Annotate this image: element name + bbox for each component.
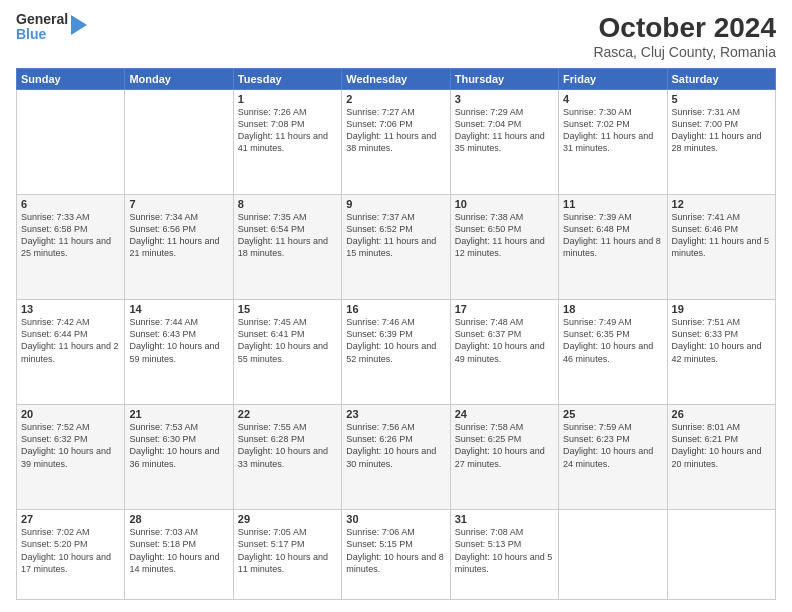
day-number: 1 [238, 93, 337, 105]
day-detail: Sunrise: 7:51 AMSunset: 6:33 PMDaylight:… [672, 316, 771, 365]
title-block: October 2024 Rasca, Cluj County, Romania [593, 12, 776, 60]
calendar-table: Sunday Monday Tuesday Wednesday Thursday… [16, 68, 776, 600]
page-title: October 2024 [593, 12, 776, 44]
day-detail: Sunrise: 7:34 AMSunset: 6:56 PMDaylight:… [129, 211, 228, 260]
day-number: 10 [455, 198, 554, 210]
day-number: 25 [563, 408, 662, 420]
calendar-cell: 18Sunrise: 7:49 AMSunset: 6:35 PMDayligh… [559, 300, 667, 405]
col-thursday: Thursday [450, 69, 558, 90]
col-wednesday: Wednesday [342, 69, 450, 90]
calendar-cell: 26Sunrise: 8:01 AMSunset: 6:21 PMDayligh… [667, 405, 775, 510]
calendar-cell: 25Sunrise: 7:59 AMSunset: 6:23 PMDayligh… [559, 405, 667, 510]
day-number: 26 [672, 408, 771, 420]
calendar-cell: 28Sunrise: 7:03 AMSunset: 5:18 PMDayligh… [125, 510, 233, 600]
day-detail: Sunrise: 7:05 AMSunset: 5:17 PMDaylight:… [238, 526, 337, 575]
day-number: 7 [129, 198, 228, 210]
week-row-3: 20Sunrise: 7:52 AMSunset: 6:32 PMDayligh… [17, 405, 776, 510]
day-detail: Sunrise: 7:27 AMSunset: 7:06 PMDaylight:… [346, 106, 445, 155]
calendar-cell: 4Sunrise: 7:30 AMSunset: 7:02 PMDaylight… [559, 90, 667, 195]
week-row-0: 1Sunrise: 7:26 AMSunset: 7:08 PMDaylight… [17, 90, 776, 195]
calendar-cell: 27Sunrise: 7:02 AMSunset: 5:20 PMDayligh… [17, 510, 125, 600]
day-detail: Sunrise: 7:48 AMSunset: 6:37 PMDaylight:… [455, 316, 554, 365]
day-number: 24 [455, 408, 554, 420]
day-number: 4 [563, 93, 662, 105]
day-detail: Sunrise: 7:58 AMSunset: 6:25 PMDaylight:… [455, 421, 554, 470]
day-number: 21 [129, 408, 228, 420]
calendar-cell: 2Sunrise: 7:27 AMSunset: 7:06 PMDaylight… [342, 90, 450, 195]
day-number: 31 [455, 513, 554, 525]
day-detail: Sunrise: 7:08 AMSunset: 5:13 PMDaylight:… [455, 526, 554, 575]
day-detail: Sunrise: 8:01 AMSunset: 6:21 PMDaylight:… [672, 421, 771, 470]
calendar-cell: 11Sunrise: 7:39 AMSunset: 6:48 PMDayligh… [559, 195, 667, 300]
day-detail: Sunrise: 7:33 AMSunset: 6:58 PMDaylight:… [21, 211, 120, 260]
day-detail: Sunrise: 7:29 AMSunset: 7:04 PMDaylight:… [455, 106, 554, 155]
day-number: 23 [346, 408, 445, 420]
calendar-cell [559, 510, 667, 600]
day-detail: Sunrise: 7:53 AMSunset: 6:30 PMDaylight:… [129, 421, 228, 470]
day-number: 19 [672, 303, 771, 315]
day-detail: Sunrise: 7:03 AMSunset: 5:18 PMDaylight:… [129, 526, 228, 575]
page: General Blue October 2024 Rasca, Cluj Co… [0, 0, 792, 612]
day-detail: Sunrise: 7:45 AMSunset: 6:41 PMDaylight:… [238, 316, 337, 365]
day-number: 11 [563, 198, 662, 210]
calendar-cell: 13Sunrise: 7:42 AMSunset: 6:44 PMDayligh… [17, 300, 125, 405]
calendar-cell: 7Sunrise: 7:34 AMSunset: 6:56 PMDaylight… [125, 195, 233, 300]
logo: General Blue [16, 12, 87, 43]
day-detail: Sunrise: 7:44 AMSunset: 6:43 PMDaylight:… [129, 316, 228, 365]
calendar-cell: 19Sunrise: 7:51 AMSunset: 6:33 PMDayligh… [667, 300, 775, 405]
day-detail: Sunrise: 7:02 AMSunset: 5:20 PMDaylight:… [21, 526, 120, 575]
day-number: 12 [672, 198, 771, 210]
day-detail: Sunrise: 7:42 AMSunset: 6:44 PMDaylight:… [21, 316, 120, 365]
calendar-cell [125, 90, 233, 195]
day-detail: Sunrise: 7:38 AMSunset: 6:50 PMDaylight:… [455, 211, 554, 260]
calendar-cell: 24Sunrise: 7:58 AMSunset: 6:25 PMDayligh… [450, 405, 558, 510]
logo-arrow-icon [71, 15, 87, 35]
day-number: 29 [238, 513, 337, 525]
logo-line2: Blue [16, 27, 68, 42]
day-number: 30 [346, 513, 445, 525]
calendar-cell [17, 90, 125, 195]
logo-line1: General [16, 12, 68, 27]
calendar-cell: 29Sunrise: 7:05 AMSunset: 5:17 PMDayligh… [233, 510, 341, 600]
day-detail: Sunrise: 7:35 AMSunset: 6:54 PMDaylight:… [238, 211, 337, 260]
day-number: 13 [21, 303, 120, 315]
day-detail: Sunrise: 7:49 AMSunset: 6:35 PMDaylight:… [563, 316, 662, 365]
calendar-cell: 22Sunrise: 7:55 AMSunset: 6:28 PMDayligh… [233, 405, 341, 510]
calendar-cell: 10Sunrise: 7:38 AMSunset: 6:50 PMDayligh… [450, 195, 558, 300]
day-number: 17 [455, 303, 554, 315]
calendar-cell: 16Sunrise: 7:46 AMSunset: 6:39 PMDayligh… [342, 300, 450, 405]
header: General Blue October 2024 Rasca, Cluj Co… [16, 12, 776, 60]
day-detail: Sunrise: 7:41 AMSunset: 6:46 PMDaylight:… [672, 211, 771, 260]
week-row-1: 6Sunrise: 7:33 AMSunset: 6:58 PMDaylight… [17, 195, 776, 300]
calendar-cell: 3Sunrise: 7:29 AMSunset: 7:04 PMDaylight… [450, 90, 558, 195]
calendar-header-row: Sunday Monday Tuesday Wednesday Thursday… [17, 69, 776, 90]
day-detail: Sunrise: 7:52 AMSunset: 6:32 PMDaylight:… [21, 421, 120, 470]
calendar-cell: 21Sunrise: 7:53 AMSunset: 6:30 PMDayligh… [125, 405, 233, 510]
calendar-cell: 20Sunrise: 7:52 AMSunset: 6:32 PMDayligh… [17, 405, 125, 510]
calendar-cell: 15Sunrise: 7:45 AMSunset: 6:41 PMDayligh… [233, 300, 341, 405]
col-friday: Friday [559, 69, 667, 90]
day-number: 5 [672, 93, 771, 105]
calendar-cell: 31Sunrise: 7:08 AMSunset: 5:13 PMDayligh… [450, 510, 558, 600]
day-detail: Sunrise: 7:31 AMSunset: 7:00 PMDaylight:… [672, 106, 771, 155]
week-row-4: 27Sunrise: 7:02 AMSunset: 5:20 PMDayligh… [17, 510, 776, 600]
day-detail: Sunrise: 7:06 AMSunset: 5:15 PMDaylight:… [346, 526, 445, 575]
day-number: 8 [238, 198, 337, 210]
day-number: 22 [238, 408, 337, 420]
col-monday: Monday [125, 69, 233, 90]
calendar-cell: 9Sunrise: 7:37 AMSunset: 6:52 PMDaylight… [342, 195, 450, 300]
logo-text: General Blue [16, 12, 68, 43]
day-number: 20 [21, 408, 120, 420]
day-detail: Sunrise: 7:26 AMSunset: 7:08 PMDaylight:… [238, 106, 337, 155]
calendar-cell: 30Sunrise: 7:06 AMSunset: 5:15 PMDayligh… [342, 510, 450, 600]
calendar-cell: 5Sunrise: 7:31 AMSunset: 7:00 PMDaylight… [667, 90, 775, 195]
calendar-cell: 8Sunrise: 7:35 AMSunset: 6:54 PMDaylight… [233, 195, 341, 300]
day-detail: Sunrise: 7:30 AMSunset: 7:02 PMDaylight:… [563, 106, 662, 155]
day-number: 18 [563, 303, 662, 315]
day-number: 16 [346, 303, 445, 315]
col-tuesday: Tuesday [233, 69, 341, 90]
day-number: 9 [346, 198, 445, 210]
day-number: 14 [129, 303, 228, 315]
day-detail: Sunrise: 7:39 AMSunset: 6:48 PMDaylight:… [563, 211, 662, 260]
day-detail: Sunrise: 7:37 AMSunset: 6:52 PMDaylight:… [346, 211, 445, 260]
